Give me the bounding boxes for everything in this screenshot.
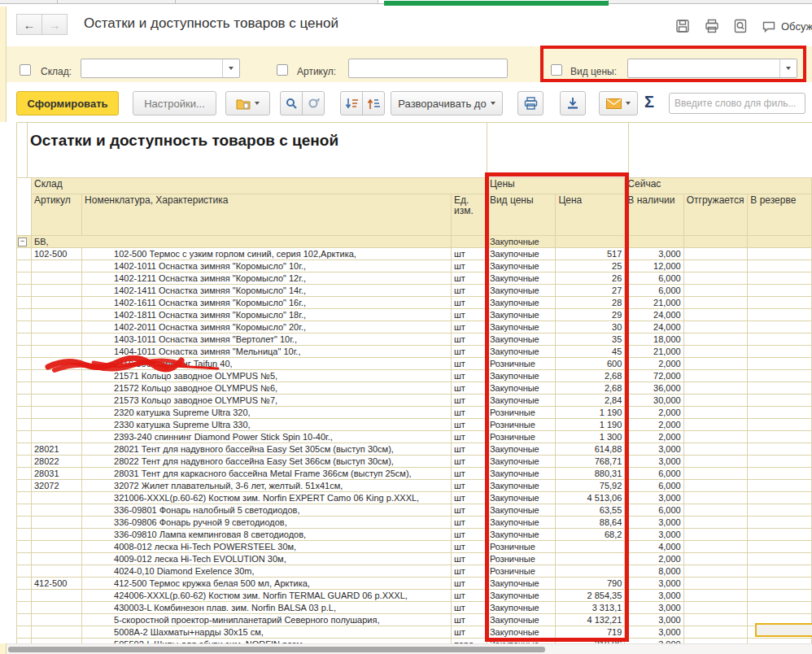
report-area: Остатки и доступность товаров с ценой Ск… <box>0 122 812 643</box>
header-now-group: Сейчас <box>625 178 812 194</box>
header-prices-group: Цены <box>487 178 624 194</box>
printer-icon <box>524 97 538 110</box>
table-row[interactable]: 2393-240 спиннинг Diamond Power Stick Sp… <box>17 431 812 443</box>
table-row[interactable]: 2116-300 спиннинг Taifun 40,штРозничные6… <box>17 358 812 370</box>
reset-search-button[interactable] <box>302 91 325 116</box>
vid-ceny-combobox[interactable] <box>627 59 797 78</box>
table-row[interactable]: 4024-0,10 Diamond Exelence 30m,штРозничн… <box>17 565 812 578</box>
forward-button[interactable]: → <box>41 14 68 35</box>
browser-tab[interactable] <box>609 0 812 4</box>
table-row[interactable]: 424006-XXXL(р.60-62) Костюм зим. Norfin … <box>17 590 812 602</box>
table-row[interactable]: 1403-1011 Оснастка зимняя "Вертолет" 10г… <box>17 334 812 346</box>
sort-ascending-button[interactable] <box>362 91 385 116</box>
chevron-down-icon[interactable] <box>779 59 797 77</box>
table-row[interactable]: 2802228022 Тент для надувного бассейна E… <box>17 456 812 468</box>
header-unit: Ед. изм. <box>451 194 487 236</box>
browser-tab[interactable] <box>0 0 58 4</box>
report-border <box>16 122 17 177</box>
back-arrow-icon: ← <box>24 18 36 32</box>
vid-ceny-checkbox[interactable] <box>551 64 562 76</box>
sklad-checkbox[interactable] <box>20 64 31 76</box>
chevron-down-icon <box>626 102 631 105</box>
expand-to-button[interactable]: Разворачивать до <box>391 91 503 116</box>
table-row[interactable]: 336-09810 Лампа кемпинговая 8 светодиодо… <box>17 529 812 541</box>
table-row[interactable]: 336-09801 Фонарь налобный 5 светодиодов,… <box>17 504 812 517</box>
artikul-label: Артикул: <box>297 66 336 77</box>
artikul-checkbox[interactable] <box>277 64 288 76</box>
save-report-button[interactable] <box>560 91 586 116</box>
table-row[interactable]: 4009-012 леска Hi-Tech EVOLUTION 30м,штР… <box>17 553 812 565</box>
table-row[interactable]: 5-скоростной проектор-минипланетарий Сев… <box>17 614 812 626</box>
selected-cell[interactable] <box>755 623 812 637</box>
artikul-input[interactable] <box>348 59 508 78</box>
discussions-icon[interactable] <box>762 19 776 33</box>
print-icon[interactable] <box>705 19 719 33</box>
table-row[interactable]: 2320 катушка Supreme Ultra 320,штРозничн… <box>17 407 812 419</box>
chevron-down-icon <box>491 102 495 105</box>
settings-button[interactable]: Настройки... <box>133 91 216 116</box>
report-border <box>487 122 487 177</box>
sklad-label: Склад: <box>41 66 72 77</box>
table-row[interactable]: 21573 Кольцо заводное OLYMPUS №7,штЗакуп… <box>17 395 812 407</box>
app-window: ← → Остатки и доступность товаров с цено… <box>0 0 812 654</box>
discussions-label[interactable]: Обсужден <box>781 20 812 33</box>
saved-settings-button[interactable] <box>225 91 270 116</box>
quick-filter-input[interactable] <box>669 93 805 114</box>
table-row[interactable]: 4008-012 леска Hi-Tech POWERSTEEL 30м,шт… <box>17 541 812 553</box>
save-icon[interactable] <box>675 19 690 33</box>
table-row[interactable]: 412-500412-500 Термос кружка белая 500 м… <box>17 578 812 590</box>
header-artikul: Артикул <box>32 194 82 236</box>
table-row[interactable]: 430003-L Комбинезон плав. зим. Norfin BA… <box>17 602 812 614</box>
scrollbar-thumb[interactable] <box>8 647 545 652</box>
table-row[interactable]: 3207232072 Жилет плавательный, 3-6 лет, … <box>17 480 812 492</box>
sort-descending-button[interactable] <box>340 91 363 116</box>
expand-to-label: Разворачивать до <box>398 98 486 110</box>
page-title: Остатки и доступность товаров с ценой <box>84 15 338 32</box>
report-table: Склад Цены Сейчас Артикул Номенклатура, … <box>16 177 812 643</box>
report-border <box>16 122 812 123</box>
search-icon <box>286 98 298 110</box>
table-row[interactable]: 21572 Кольцо заводное OLYMPUS №6,штЗакуп… <box>17 382 812 395</box>
table-row[interactable]: 1402-1811 Оснастка зимняя "Коромысло" 18… <box>17 309 812 321</box>
horizontal-scrollbar[interactable] <box>7 643 812 654</box>
table-row[interactable]: 21571 Кольцо заводное OLYMPUS №5,штЗакуп… <box>17 370 812 382</box>
download-icon <box>566 97 579 110</box>
table-row[interactable]: 321006-XXXL(р.60-62) Костюм зим. Norfin … <box>17 492 812 504</box>
table-row[interactable]: 1402-1011 Оснастка зимняя "Коромысло" 10… <box>17 260 812 272</box>
back-button[interactable]: ← <box>16 14 42 35</box>
table-row[interactable]: 2803128031 Тент для каркасного бассейна … <box>17 468 812 480</box>
table-row[interactable]: 1402-2011 Оснастка зимняя "Коромысло" 20… <box>17 321 812 334</box>
table-row[interactable]: 336-09806 Фонарь ручной 9 светодиодов,шт… <box>17 517 812 529</box>
header-reserved: В резерве <box>748 194 812 236</box>
header-price-type: Вид цены <box>487 194 556 236</box>
browser-tab[interactable] <box>176 0 378 4</box>
search-reset-icon <box>308 98 320 110</box>
sort-descending-icon <box>345 98 359 110</box>
group-row[interactable]: −БВ,Закупочные <box>17 236 812 248</box>
header-shipping: Отгружается <box>683 194 748 236</box>
corner-cell <box>17 178 32 236</box>
search-button[interactable] <box>280 91 303 116</box>
send-email-button[interactable] <box>599 91 638 116</box>
chevron-down-icon <box>255 102 260 105</box>
table-row[interactable]: 1402-1411 Оснастка зимняя "Коромысло" 14… <box>17 285 812 297</box>
totals-sigma-button[interactable]: Σ <box>644 93 654 111</box>
table-row[interactable]: 1402-1211 Оснастка зимняя "Коромысло" 12… <box>17 272 812 285</box>
sklad-combobox[interactable] <box>81 59 240 78</box>
table-row[interactable]: 2330 катушка Supreme Ultra 330,штРозничн… <box>17 419 812 431</box>
generate-button[interactable]: Сформировать <box>16 91 119 116</box>
header-in-stock: В наличии <box>625 194 683 236</box>
preview-icon[interactable] <box>733 19 748 33</box>
table-row[interactable]: 102-500102-500 Термос с узким горлом син… <box>17 248 812 260</box>
table-row[interactable]: 5008А-2 Шахматы+нарды 30х15 см,штЗакупоч… <box>17 626 812 639</box>
table-row[interactable]: 1404-1011 Оснастка зимняя "Мельница" 10г… <box>17 346 812 358</box>
collapse-group-button[interactable]: − <box>18 238 27 246</box>
table-row[interactable]: 2802128021 Тент для надувного бассейна E… <box>17 443 812 456</box>
header-price: Цена <box>556 194 625 236</box>
chevron-down-icon[interactable] <box>222 59 239 77</box>
table-row[interactable]: 1402-1611 Оснастка зимняя "Коромысло" 16… <box>17 297 812 309</box>
print-report-button[interactable] <box>517 91 544 116</box>
report-border <box>628 122 629 177</box>
tab-bar <box>0 0 812 7</box>
browser-tab[interactable] <box>58 0 176 4</box>
